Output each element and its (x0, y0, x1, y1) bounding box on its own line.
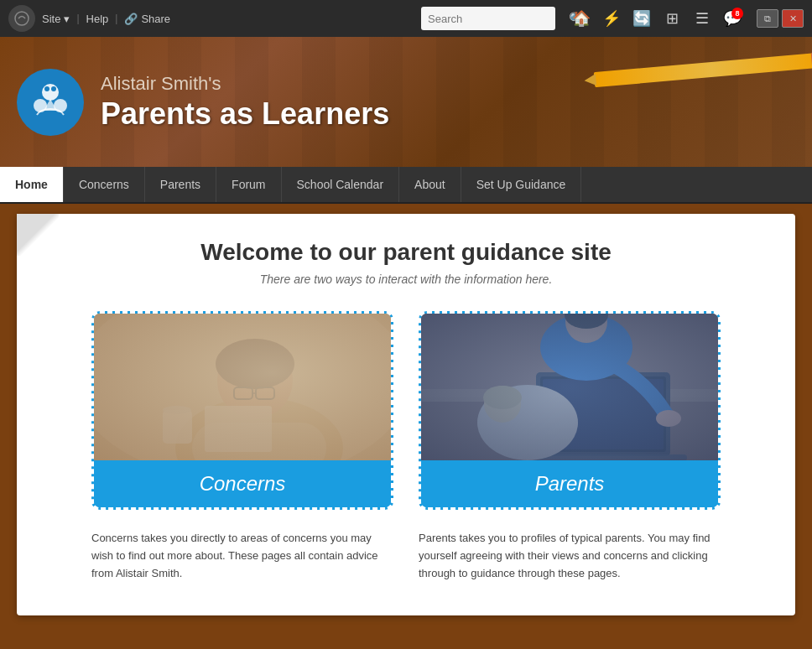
site-header: Alistair Smith's Parents as Learners (0, 37, 812, 167)
parents-description: Parents takes you to profiles of typical… (419, 530, 721, 582)
card-grid: Concerns (42, 311, 770, 510)
svg-rect-15 (163, 410, 192, 444)
svg-rect-23 (519, 454, 687, 460)
welcome-title: Welcome to our parent guidance site (42, 239, 770, 266)
share-button[interactable]: 🔗 Share (124, 13, 170, 25)
concerns-card-image (94, 314, 391, 460)
svg-point-0 (15, 12, 29, 25)
site-nav: Home Concerns Parents Forum School Calen… (0, 167, 812, 204)
site-title-block: Alistair Smith's Parents as Learners (101, 73, 389, 132)
concerns-description-block: Concerns takes you directly to areas of … (91, 530, 393, 582)
nav-item-home[interactable]: Home (0, 167, 64, 202)
pencil-decoration (560, 45, 812, 79)
nav-item-school-calendar[interactable]: School Calendar (282, 167, 400, 202)
svg-point-26 (540, 314, 632, 381)
svg-point-1 (42, 84, 59, 101)
svg-rect-21 (536, 372, 670, 456)
concerns-image (94, 314, 391, 460)
svg-rect-6 (94, 314, 391, 460)
notification-button[interactable]: 💬 8 (720, 6, 745, 31)
concerns-card[interactable]: Concerns (91, 311, 393, 510)
site-title: Parents as Learners (101, 96, 389, 132)
main-content: Welcome to our parent guidance site Ther… (0, 204, 812, 649)
svg-point-30 (484, 386, 521, 423)
help-button[interactable]: Help (86, 13, 109, 25)
svg-rect-20 (421, 389, 718, 402)
svg-rect-25 (511, 431, 544, 449)
lightning-icon-button[interactable]: ⚡ (599, 6, 624, 31)
svg-point-4 (44, 86, 49, 91)
window-controls: ⧉ ✕ (757, 9, 804, 28)
svg-rect-18 (421, 314, 718, 460)
svg-point-27 (565, 314, 607, 343)
parents-image (421, 314, 718, 460)
notification-badge: 8 (731, 8, 743, 19)
search-box[interactable]: 🔍 (421, 7, 555, 30)
site-logo-icon (8, 5, 35, 32)
svg-point-10 (216, 339, 294, 389)
nav-item-about[interactable]: About (399, 167, 461, 202)
svg-point-7 (94, 314, 391, 460)
site-logo (17, 69, 84, 136)
nav-item-concerns[interactable]: Concerns (64, 167, 145, 202)
close-window-button[interactable]: ✕ (782, 9, 804, 28)
site-menu-button[interactable]: Site ▾ (42, 13, 70, 25)
restore-window-button[interactable]: ⧉ (757, 9, 778, 28)
svg-rect-17 (205, 406, 272, 452)
svg-rect-19 (421, 397, 718, 460)
parents-card[interactable]: Parents (419, 311, 721, 510)
nav-item-parents[interactable]: Parents (145, 167, 216, 202)
svg-point-28 (565, 314, 608, 329)
toolbar-right-icons: 🏠 ⚡ 🔄 ⊞ ☰ 💬 8 (569, 6, 745, 31)
toolbar: Site ▾ | Help | 🔗 Share 🔍 🏠 ⚡ 🔄 ⊞ ☰ 💬 8 … (0, 0, 812, 37)
search-input[interactable] (428, 13, 569, 25)
site-owner: Alistair Smith's (101, 73, 389, 95)
descriptions-row: Concerns takes you directly to areas of … (42, 530, 770, 582)
svg-rect-24 (543, 379, 664, 449)
svg-point-29 (477, 385, 578, 460)
svg-rect-22 (540, 376, 666, 452)
svg-rect-14 (192, 423, 326, 460)
concerns-card-label: Concerns (94, 460, 391, 507)
refresh-icon-button[interactable]: 🔄 (629, 6, 654, 31)
svg-point-5 (51, 86, 56, 91)
svg-rect-11 (234, 387, 252, 399)
pencil-icon (594, 52, 812, 87)
menu-icon-button[interactable]: ☰ (690, 6, 715, 31)
parents-card-label: Parents (421, 460, 718, 507)
home-icon-button[interactable]: 🏠 (569, 6, 594, 31)
svg-point-32 (656, 410, 681, 427)
svg-point-9 (217, 343, 293, 418)
nav-item-forum[interactable]: Forum (216, 167, 281, 202)
site-logo-icon (29, 77, 72, 127)
svg-point-31 (483, 386, 522, 409)
concerns-description: Concerns takes you directly to areas of … (91, 530, 393, 582)
welcome-subtitle: There are two ways to interact with the … (42, 273, 770, 286)
svg-point-16 (163, 406, 191, 414)
welcome-section: Welcome to our parent guidance site Ther… (42, 239, 770, 286)
content-card: Welcome to our parent guidance site Ther… (17, 214, 795, 615)
parents-card-image (421, 314, 718, 460)
parents-description-block: Parents takes you to profiles of typical… (419, 530, 721, 582)
svg-rect-12 (256, 387, 274, 399)
nav-item-set-up-guidance[interactable]: Set Up Guidance (461, 167, 582, 202)
grid-icon-button[interactable]: ⊞ (659, 6, 684, 31)
svg-point-8 (175, 397, 343, 460)
